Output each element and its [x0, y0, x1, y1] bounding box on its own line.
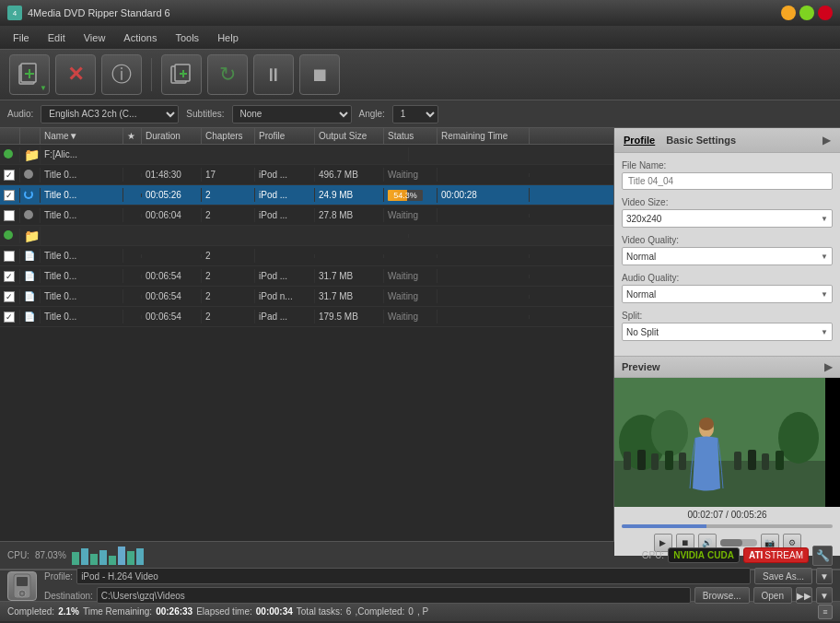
menu-actions[interactable]: Actions: [114, 29, 166, 46]
col-header-remaining[interactable]: Remaining Time: [438, 128, 530, 144]
row5-duration: 00:06:54: [142, 269, 202, 283]
toolbar: ▼ ✕ ⓘ ↻ ⏸ ⏹: [0, 50, 840, 100]
file-row-7[interactable]: 📄 Title 0... 00:06:54 2 iPad ... 179.5 M…: [0, 307, 613, 327]
profile-dropdown-button[interactable]: ▼: [816, 568, 833, 584]
profile-value-input[interactable]: [76, 568, 751, 584]
col-header-duration[interactable]: Duration: [142, 128, 202, 144]
maximize-button[interactable]: [799, 6, 814, 20]
add-chapter-button[interactable]: [161, 54, 202, 95]
dest-more-button[interactable]: ▼: [816, 587, 833, 604]
status-dot: [24, 210, 33, 219]
browse-button[interactable]: Browse...: [694, 587, 750, 604]
row1-fav[interactable]: [123, 173, 142, 177]
col-header-output-size[interactable]: Output Size: [315, 128, 384, 144]
subtitles-select[interactable]: None: [232, 105, 352, 123]
completed-pct: 2.1%: [58, 606, 79, 617]
dest-value-input[interactable]: [97, 587, 691, 604]
audio-select[interactable]: English AC3 2ch (C...: [41, 105, 179, 123]
row4-profile: [255, 254, 315, 258]
volume-slider[interactable]: [720, 539, 757, 547]
remove-button[interactable]: ✕: [55, 54, 96, 95]
audio-quality-select[interactable]: Normal ▼: [622, 285, 833, 303]
file-row-3[interactable]: Title 0... 00:06:04 2 iPod ... 27.8 MB W…: [0, 206, 613, 226]
row7-check[interactable]: [0, 310, 20, 324]
row5-fav[interactable]: [123, 275, 142, 278]
row2-output-size: 24.9 MB: [315, 188, 384, 202]
preview-progress-bar[interactable]: [622, 524, 833, 528]
row6-check[interactable]: [0, 289, 20, 304]
checkbox-3[interactable]: [4, 210, 15, 221]
minimize-button[interactable]: [781, 6, 796, 20]
row4-output-size: [315, 254, 384, 258]
stop-button[interactable]: ⏹: [299, 54, 340, 95]
profile-expand-icon[interactable]: ▶: [822, 134, 831, 147]
col-header-name[interactable]: Name▼: [41, 128, 123, 144]
group1-path: F:[Alic...: [41, 147, 409, 161]
angle-select[interactable]: 1: [392, 105, 438, 123]
video-quality-arrow: ▼: [821, 253, 828, 261]
file-row-5[interactable]: 📄 Title 0... 00:06:54 2 iPod ... 31.7 MB…: [0, 266, 613, 287]
group-row-1[interactable]: 📁 F:[Alic...: [0, 145, 613, 165]
ati-stream-badge[interactable]: ATI STREAM: [743, 547, 809, 563]
ipod-icon: [7, 571, 37, 601]
open-button[interactable]: Open: [753, 587, 792, 604]
tab-profile[interactable]: Profile: [624, 135, 655, 146]
pause-button[interactable]: ⏸: [253, 54, 294, 95]
row4-fav[interactable]: [123, 254, 142, 258]
file-row-2[interactable]: Title 0... 00:05:26 2 iPod ... 24.9 MB 5…: [0, 185, 613, 206]
close-button[interactable]: [818, 6, 833, 20]
checkbox-6[interactable]: [4, 291, 15, 302]
col-header-profile[interactable]: Profile: [255, 128, 315, 144]
file-row-1[interactable]: Title 0... 01:48:30 17 iPod ... 496.7 MB…: [0, 165, 613, 185]
col-header-status[interactable]: Status: [384, 128, 438, 144]
cpu-label: CPU:: [7, 550, 29, 560]
checkbox-1[interactable]: [4, 170, 15, 181]
row3-check[interactable]: [0, 208, 20, 223]
dest-action-button[interactable]: ▶▶: [796, 587, 812, 604]
col-header-chapters[interactable]: Chapters: [202, 128, 255, 144]
row3-fav[interactable]: [123, 214, 142, 217]
row7-fav[interactable]: [123, 315, 142, 319]
file-row-4[interactable]: 📄 Title 0... 2: [0, 246, 613, 266]
row1-output-size: 496.7 MB: [315, 168, 384, 182]
video-quality-select[interactable]: Normal ▼: [622, 247, 833, 265]
row2-check[interactable]: [0, 188, 20, 203]
row5-check[interactable]: [0, 269, 20, 284]
row1-check[interactable]: [0, 168, 20, 182]
group2-expand[interactable]: [0, 229, 20, 243]
menu-tools[interactable]: Tools: [166, 29, 208, 46]
row4-check[interactable]: [0, 249, 20, 264]
video-size-select[interactable]: 320x240 ▼: [622, 209, 833, 228]
group2-path: [41, 234, 409, 238]
checkbox-2[interactable]: [4, 190, 15, 201]
row6-fav[interactable]: [123, 295, 142, 299]
menu-file[interactable]: File: [4, 29, 39, 46]
log-button[interactable]: ≡: [818, 605, 833, 619]
group1-expand[interactable]: [0, 147, 20, 162]
menu-view[interactable]: View: [75, 29, 115, 46]
row5-profile: iPod ...: [255, 269, 315, 283]
settings-wrench-button[interactable]: 🔧: [812, 546, 833, 566]
save-as-button[interactable]: Save As...: [754, 568, 812, 584]
preview-expand-icon[interactable]: ▶: [824, 360, 833, 373]
file-row-6[interactable]: 📄 Title 0... 00:06:54 2 iPod n... 31.7 M…: [0, 287, 613, 307]
row6-remaining: [438, 295, 530, 299]
info-button[interactable]: ⓘ: [101, 54, 142, 95]
file-name-input[interactable]: [622, 172, 833, 190]
checkbox-7[interactable]: [4, 312, 15, 323]
group-row-2[interactable]: 📁: [0, 226, 613, 246]
menu-edit[interactable]: Edit: [39, 29, 75, 46]
row2-fav[interactable]: [123, 194, 142, 197]
status-indicator: [4, 149, 13, 159]
menu-help[interactable]: Help: [208, 29, 248, 46]
tab-basic-settings[interactable]: Basic Settings: [666, 135, 736, 146]
checkbox-4[interactable]: [4, 251, 15, 262]
split-select[interactable]: No Split ▼: [622, 323, 833, 341]
convert-button[interactable]: ↻: [207, 54, 248, 95]
completed-tasks-label: ,Completed:: [355, 606, 404, 617]
nvidia-cuda-badge[interactable]: NVIDIA CUDA: [668, 547, 740, 563]
checkbox-5[interactable]: [4, 271, 15, 282]
status-indicator: [4, 230, 13, 240]
add-file-button[interactable]: ▼: [9, 54, 50, 95]
row4-remaining: [438, 254, 530, 258]
